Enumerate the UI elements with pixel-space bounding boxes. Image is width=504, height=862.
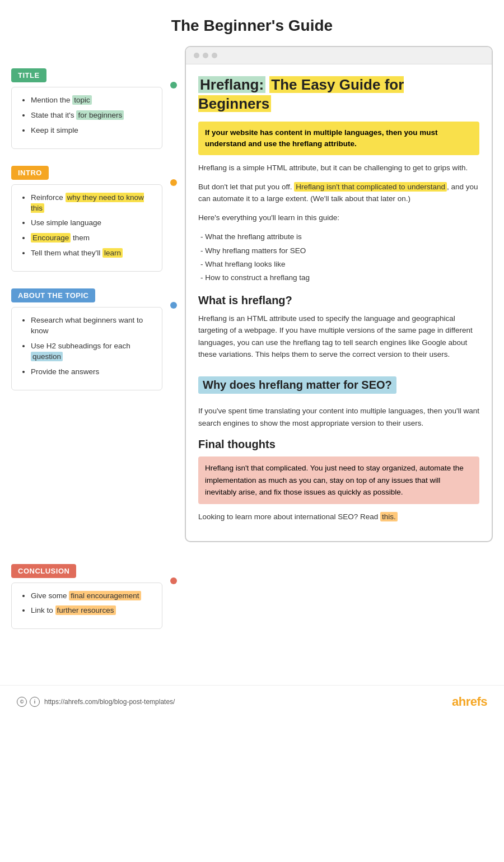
learn-item-3: - What hreflang looks like — [200, 258, 479, 271]
list-item: Encourage them — [31, 233, 153, 244]
conclusion-label: CONCLUSION — [11, 564, 76, 578]
intro-section: INTRO Reinforce why they need to know th… — [11, 166, 162, 272]
right-content: Hreflang: The Easy Guide for Beginners I… — [185, 46, 493, 646]
article-para-4: If you've spent time translating your co… — [198, 405, 479, 429]
list-item: Tell them what they'll learn — [31, 248, 153, 259]
footer-icons: © i — [17, 697, 40, 707]
footer-left: © i https://ahrefs.com/blog/blog-post-te… — [17, 697, 175, 707]
intro-list: Reinforce why they need to know this Use… — [21, 193, 153, 259]
browser-window: Hreflang: The Easy Guide for Beginners I… — [185, 46, 493, 542]
learn-item-4: - How to construct a hreflang tag — [200, 271, 479, 285]
list-item: Link to further resources — [31, 605, 153, 616]
para5-link[interactable]: this. — [380, 512, 398, 521]
browser-content: Hreflang: The Easy Guide for Beginners I… — [186, 64, 492, 541]
cc-icon: © — [17, 697, 27, 707]
conclusion-section: CONCLUSION Give some final encouragement… — [11, 564, 162, 630]
page-container: The Beginner's Guide TITLE Mention the t… — [0, 0, 504, 718]
list-item: Reinforce why they need to know this — [31, 193, 153, 214]
learn-highlight: learn — [102, 248, 123, 258]
title-hreflang: Hreflang: — [198, 76, 265, 93]
final-highlight: final encouragement — [69, 591, 141, 600]
browser-dot-1 — [194, 53, 199, 58]
conclusion-connector-dot — [170, 577, 177, 584]
title-list: Mention the topic State that it's for be… — [21, 95, 153, 136]
intro-highlight-block: If your website has content in multiple … — [198, 122, 479, 156]
article-para-3: Hreflang is an HTML attribute used to sp… — [198, 313, 479, 361]
spacer — [11, 407, 162, 564]
article-para-1: Hreflang is a simple HTML attribute, but… — [198, 162, 479, 174]
footer: © i https://ahrefs.com/blog/blog-post-te… — [0, 685, 504, 718]
intro-box: Reinforce why they need to know this Use… — [11, 184, 162, 272]
browser-dot-3 — [212, 53, 217, 58]
intro-label: INTRO — [11, 166, 49, 180]
learn-intro: Here's everything you'll learn in this g… — [198, 212, 479, 224]
h2-final: Final thoughts — [198, 438, 479, 451]
about-list: Research what beginners want to know Use… — [21, 315, 153, 377]
about-connector-dot — [170, 302, 177, 309]
list-item: Use simple language — [31, 218, 153, 229]
title-connector-dot — [170, 82, 177, 88]
browser-bar — [186, 47, 492, 64]
beginners-highlight: for beginners — [76, 110, 124, 120]
learn-list: - What the hreflang attribute is - Why h… — [198, 230, 479, 285]
learn-item-1: - What the hreflang attribute is — [200, 230, 479, 244]
para2-highlight: Hreflang isn't that complicated to under… — [294, 182, 447, 192]
further-highlight: further resources — [55, 605, 116, 615]
article-title: Hreflang: The Easy Guide for Beginners — [198, 76, 479, 114]
main-layout: TITLE Mention the topic State that it's … — [0, 46, 504, 679]
ahrefs-logo: ahrefs — [452, 695, 487, 709]
title-label: TITLE — [11, 68, 46, 82]
encourage-highlight: Encourage — [31, 233, 71, 243]
about-section: ABOUT THE TOPIC Research what beginners … — [11, 288, 162, 390]
question-highlight: question — [31, 352, 63, 361]
h2-why: Why does hreflang matter for SEO? — [198, 376, 396, 394]
list-item: Keep it simple — [31, 125, 153, 136]
intro-connector-dot — [170, 179, 177, 186]
list-item: State that it's for beginners — [31, 110, 153, 121]
left-sidebar: TITLE Mention the topic State that it's … — [11, 46, 168, 646]
para2-before: But don't let that put you off. — [198, 183, 294, 191]
page-title: The Beginner's Guide — [0, 0, 504, 46]
browser-dot-2 — [203, 53, 208, 58]
need-highlight: why they need to know this — [31, 193, 144, 213]
about-box: Research what beginners want to know Use… — [11, 307, 162, 390]
article-para-2: But don't let that put you off. Hreflang… — [198, 181, 479, 205]
topic-highlight: topic — [72, 95, 92, 105]
about-label: ABOUT THE TOPIC — [11, 288, 95, 302]
para5-before: Looking to learn more about internationa… — [198, 512, 380, 521]
article-para-5: Looking to learn more about internationa… — [198, 511, 479, 523]
info-icon: i — [30, 697, 40, 707]
footer-url[interactable]: https://ahrefs.com/blog/blog-post-templa… — [44, 698, 175, 706]
conclusion-highlight-block: Hreflang isn't that complicated. You jus… — [198, 456, 479, 504]
list-item: Give some final encouragement — [31, 591, 153, 602]
list-item: Use H2 subheadings for each question — [31, 341, 153, 362]
list-item: Mention the topic — [31, 95, 153, 106]
title-section: TITLE Mention the topic State that it's … — [11, 68, 162, 149]
h2-what: What is hreflang? — [198, 294, 479, 307]
conclusion-list: Give some final encouragement Link to fu… — [21, 591, 153, 617]
list-item: Research what beginners want to know — [31, 315, 153, 337]
title-box: Mention the topic State that it's for be… — [11, 87, 162, 149]
learn-item-2: - Why hreflang matters for SEO — [200, 244, 479, 258]
list-item: Provide the answers — [31, 367, 153, 378]
conclusion-box: Give some final encouragement Link to fu… — [11, 583, 162, 630]
